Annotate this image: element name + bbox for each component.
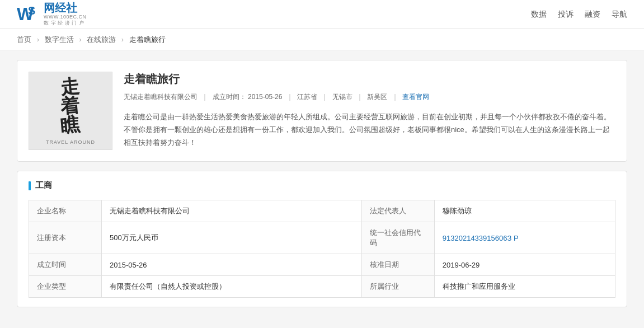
credit-code-value: 9132021433915606З P [434,222,615,254]
section-title-business: 工商 [29,180,615,191]
value-cell: 有限责任公司（自然人投资或控股） [102,276,362,298]
company-name: 走着瞧旅行 [124,72,615,87]
official-site-link[interactable]: 查看官网 [402,93,429,101]
nav-item-data[interactable]: 数据 [531,10,547,20]
company-info: 走着瞧旅行 无锡走着瞧科技有限公司 ｜ 成立时间： 2015-05-26 ｜ 江… [124,72,615,150]
value-cell: 2019-06-29 [434,254,615,276]
logo-brand-name: 网经社 [44,2,87,14]
header: W S 网经社 WWW.100EC.CN 数 字 经 济 门 户 数据 投诉 融… [0,0,644,29]
svg-text:瞧: 瞧 [59,114,81,136]
province: 江苏省 [297,93,317,101]
svg-text:S: S [28,4,35,17]
ws-logo-icon: W S [17,3,41,26]
label-cell: 所属行业 [361,276,434,298]
business-table: 企业名称 无锡走着瞧科技有限公司 法定代表人 穆陈劲琼 注册资本 500万元人民… [29,200,615,298]
district: 新吴区 [367,93,387,101]
meta-sep-3: ｜ [321,93,328,101]
company-full-name: 无锡走着瞧科技有限公司 [124,93,198,101]
meta-sep-1: ｜ [201,93,208,101]
table-row: 注册资本 500万元人民币 统一社会信用代码 9132021433915606З… [29,222,615,254]
breadcrumb-home[interactable]: 首页 [17,35,31,44]
table-row: 成立时间 2015-05-26 核准日期 2019-06-29 [29,254,615,276]
company-description: 走着瞧公司是由一群热爱生活热爱美食热爱旅游的年轻人所组成。公司主要经营互联网旅游… [124,110,615,149]
breadcrumb-sep-1: › [37,35,39,44]
breadcrumb-digital-life[interactable]: 数字生活 [45,35,74,44]
company-logo-svg: 走 着 瞧 TRAVEL AROUND [29,72,112,149]
company-meta: 无锡走着瞧科技有限公司 ｜ 成立时间： 2015-05-26 ｜ 江苏省 ｜ 无… [124,91,615,104]
breadcrumb-current: 走着瞧旅行 [129,35,166,44]
meta-sep-5: ｜ [392,93,398,101]
business-section: 工商 企业名称 无锡走着瞧科技有限公司 法定代表人 穆陈劲琼 注册资本 500万… [17,171,627,307]
logo-url: WWW.100EC.CN [44,14,87,20]
value-cell: 500万元人民币 [102,222,362,254]
breadcrumb-online-travel[interactable]: 在线旅游 [87,35,116,44]
label-cell: 企业名称 [29,200,102,222]
label-cell: 注册资本 [29,222,102,254]
city: 无锡市 [332,93,352,101]
company-card: 走 着 瞧 TRAVEL AROUND 走着瞧旅行 无锡走着瞧科技有限公司 ｜ … [17,60,627,162]
header-nav: 数据 投诉 融资 导航 [531,10,627,20]
founded-label: 成立时间 [213,93,239,101]
section-title-text: 工商 [35,180,52,191]
breadcrumb: 首页 › 数字生活 › 在线旅游 › 走着瞧旅行 [0,29,644,51]
founded-date: 2015-05-26 [248,93,282,101]
value-cell: 穆陈劲琼 [434,200,615,222]
label-cell: 企业类型 [29,276,102,298]
logo-area: W S 网经社 WWW.100EC.CN 数 字 经 济 门 户 [17,2,87,27]
breadcrumb-sep-2: › [79,35,81,44]
meta-sep-4: ｜ [356,93,363,101]
nav-item-funding[interactable]: 融资 [585,10,600,20]
nav-item-navigation[interactable]: 导航 [612,10,627,20]
value-cell: 无锡走着瞧科技有限公司 [102,200,362,222]
main-content: 走 着 瞧 TRAVEL AROUND 走着瞧旅行 无锡走着瞧科技有限公司 ｜ … [0,51,644,325]
table-row: 企业类型 有限责任公司（自然人投资或控股） 所属行业 科技推广和应用服务业 [29,276,615,298]
label-cell: 成立时间 [29,254,102,276]
breadcrumb-sep-3: › [121,35,124,44]
label-cell: 统一社会信用代码 [361,222,434,254]
label-cell: 法定代表人 [361,200,434,222]
nav-item-complaint[interactable]: 投诉 [558,10,574,20]
label-cell: 核准日期 [361,254,434,276]
section-title-bar [29,181,31,190]
meta-sep-2: ｜ [286,93,293,101]
value-cell: 2015-05-26 [102,254,362,276]
logo-tagline: 数 字 经 济 门 户 [44,20,87,27]
company-logo-container: 走 着 瞧 TRAVEL AROUND [29,72,112,150]
svg-text:TRAVEL AROUND: TRAVEL AROUND [46,139,95,145]
table-row: 企业名称 无锡走着瞧科技有限公司 法定代表人 穆陈劲琼 [29,200,615,222]
value-cell: 科技推广和应用服务业 [434,276,615,298]
